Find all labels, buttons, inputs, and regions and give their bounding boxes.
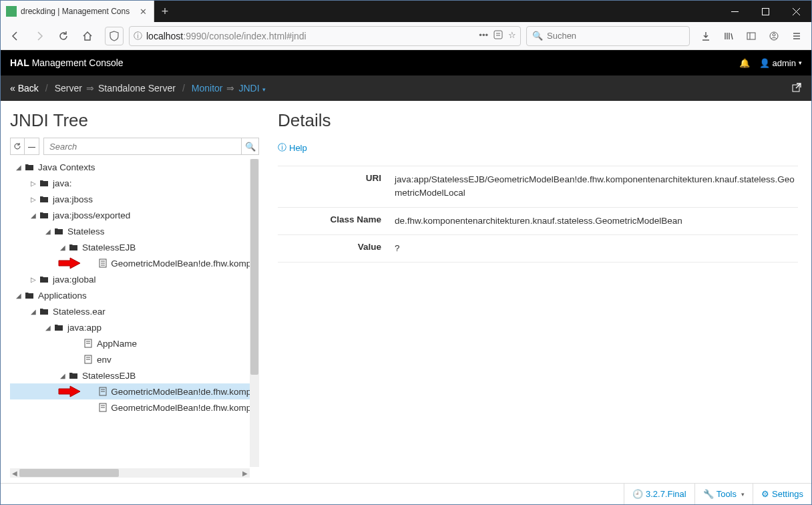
svg-rect-1 (762, 8, 769, 15)
tree-node-java-jboss-exported[interactable]: ◢java:jboss/exported (10, 207, 250, 223)
browser-tab[interactable]: dreckding | Management Cons ✕ (1, 1, 154, 22)
info-icon: ⓘ (278, 142, 286, 154)
app-brand: HAL Management Console (10, 57, 124, 68)
folder-icon (23, 291, 35, 300)
tree-node-java-app[interactable]: ◢java:app (10, 319, 250, 335)
svg-rect-4 (494, 31, 502, 39)
reader-icon[interactable] (493, 30, 503, 41)
browser-search-input[interactable] (547, 31, 684, 41)
detail-label-class: Class Name (278, 214, 395, 228)
breadcrumb-monitor[interactable]: Monitor⇒JNDI ▾ (192, 83, 266, 94)
breadcrumb-server: Server⇒Standalone Server (55, 83, 176, 94)
tree-horizontal-scrollbar[interactable]: ◀▶ (10, 468, 250, 478)
detail-row-value: Value ? (278, 234, 798, 263)
file-icon (97, 403, 108, 412)
new-tab-button[interactable]: + (154, 1, 176, 22)
tools-button[interactable]: 🔧Tools (694, 484, 753, 504)
jndi-tree: ◢Java Contexts ▷java: ▷java:jboss ◢java:… (10, 159, 250, 467)
annotation-arrow-2 (58, 385, 81, 397)
wrench-icon: 🔧 (703, 489, 714, 499)
menu-icon[interactable] (786, 25, 807, 47)
file-icon (82, 339, 94, 348)
minimize-button[interactable] (719, 1, 750, 22)
nav-forward-button[interactable] (29, 25, 50, 47)
tree-node-java-global[interactable]: ▷java:global (10, 271, 250, 287)
folder-icon (53, 226, 65, 236)
url-bar[interactable]: ⓘ localhost:9990/console/index.html#jndi… (129, 26, 521, 46)
folder-icon (38, 178, 50, 188)
folder-icon (23, 162, 35, 172)
detail-label-value: Value (278, 242, 395, 255)
browser-search[interactable]: 🔍 (526, 26, 690, 46)
browser-navbar: ⓘ localhost:9990/console/index.html#jndi… (1, 22, 811, 50)
tab-title: dreckding | Management Cons (21, 7, 134, 16)
user-menu[interactable]: 👤admin ▾ (759, 58, 802, 68)
close-button[interactable] (781, 1, 811, 22)
file-icon (97, 259, 108, 268)
maximize-button[interactable] (750, 1, 781, 22)
refresh-tree-button[interactable] (10, 138, 25, 155)
tree-node-java-jboss[interactable]: ▷java:jboss (10, 191, 250, 207)
external-link-icon[interactable] (791, 82, 802, 95)
bookmark-icon[interactable]: ☆ (508, 30, 516, 41)
breadcrumb-back[interactable]: « Back (10, 83, 39, 94)
file-icon (82, 355, 94, 364)
tree-node-stateless[interactable]: ◢Stateless (10, 223, 250, 239)
tree-node-stateless-ejb[interactable]: ◢StatelessEJB (10, 239, 250, 255)
library-icon[interactable] (718, 25, 739, 47)
detail-row-uri: URI java:app/StatelessEJB/GeometricModel… (278, 166, 798, 207)
tree-node-stateless-ejb-2[interactable]: ◢StatelessEJB (10, 367, 250, 383)
left-panel: JNDI Tree — 🔍 ◢Java Contexts ▷java: ▷jav… (1, 101, 264, 483)
downloads-icon[interactable] (695, 25, 717, 47)
details-panel: Details ⓘHelp URI java:app/StatelessEJB/… (264, 101, 811, 483)
tree-node-stateless-ear[interactable]: ◢Stateless.ear (10, 303, 250, 319)
search-icon: 🔍 (532, 31, 543, 41)
folder-icon (38, 275, 50, 284)
nav-back-button[interactable] (5, 25, 26, 47)
tree-search-button[interactable]: 🔍 (242, 138, 259, 155)
annotation-arrow-1 (58, 257, 81, 269)
app-footer: 🕘3.2.7.Final 🔧Tools ⚙Settings (1, 483, 811, 504)
gears-icon: ⚙ (761, 489, 769, 499)
tree-node-java-contexts[interactable]: ◢Java Contexts (10, 159, 250, 175)
help-link[interactable]: ⓘHelp (278, 142, 307, 154)
tree-node-appname[interactable]: AppName (10, 335, 250, 351)
folder-icon (38, 210, 50, 220)
svg-point-10 (773, 33, 775, 36)
tracking-shield-icon[interactable] (105, 27, 124, 45)
tree-node-applications[interactable]: ◢Applications (10, 287, 250, 303)
detail-value-uri: java:app/StatelessEJB/GeometricModelBean… (395, 173, 798, 200)
folder-icon (67, 371, 79, 380)
breadcrumb-bar: « Back / Server⇒Standalone Server / Moni… (1, 75, 811, 101)
file-icon (97, 387, 108, 396)
bell-icon[interactable]: 🔔 (739, 58, 750, 68)
app-header: HAL Management Console 🔔 👤admin ▾ (1, 50, 811, 75)
site-info-icon[interactable]: ⓘ (134, 30, 142, 42)
url-text: localhost:9990/console/index.html#jndi (146, 31, 479, 41)
window-buttons (719, 1, 811, 22)
clock-icon: 🕘 (632, 489, 643, 499)
settings-button[interactable]: ⚙Settings (753, 484, 811, 504)
nav-reload-button[interactable] (53, 25, 74, 47)
tree-search-input[interactable] (43, 138, 242, 155)
tree-vertical-scrollbar[interactable] (250, 159, 259, 467)
tree-node-bean-2-selected[interactable]: GeometricModelBean!de.fhw.kompo (10, 383, 250, 399)
tab-close-icon[interactable]: ✕ (138, 6, 148, 17)
svg-rect-7 (747, 33, 755, 39)
sidebar-icon[interactable] (741, 25, 762, 47)
detail-row-class: Class Name de.fhw.komponentenarchitektur… (278, 207, 798, 234)
tree-node-java[interactable]: ▷java: (10, 175, 250, 191)
tree-node-env[interactable]: env (10, 351, 250, 367)
nav-home-button[interactable] (77, 25, 98, 47)
folder-icon (38, 307, 50, 316)
version-button[interactable]: 🕘3.2.7.Final (624, 484, 694, 504)
detail-value-class: de.fhw.komponentenarchitekturen.knauf.st… (395, 214, 798, 228)
tree-node-bean-3[interactable]: GeometricModelBean!de.fhw.kompo (10, 399, 250, 415)
account-icon[interactable] (763, 25, 785, 47)
favicon (6, 6, 17, 17)
folder-icon (67, 242, 79, 252)
window-titlebar: dreckding | Management Cons ✕ + (1, 1, 811, 22)
collapse-tree-button[interactable]: — (25, 138, 39, 155)
tree-node-bean-1[interactable]: GeometricModelBean!de.fhw.kompo (10, 255, 250, 271)
more-icon[interactable]: ••• (479, 30, 488, 41)
